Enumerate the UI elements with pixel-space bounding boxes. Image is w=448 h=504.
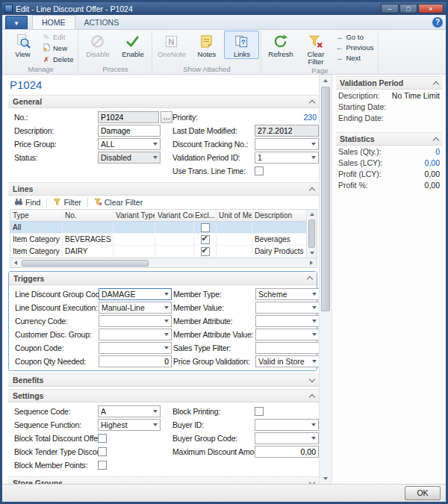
use-trans-line-time-label: Use Trans. Line Time: [172, 167, 255, 175]
member-type-select[interactable]: Scheme [255, 288, 319, 300]
member-attribute-value-select[interactable] [255, 329, 319, 340]
excl-checkbox[interactable] [201, 247, 210, 256]
buyer-group-code-select[interactable] [255, 432, 319, 444]
customer-disc-group-select[interactable] [99, 329, 172, 340]
maximum-discount-amount-input[interactable] [258, 447, 316, 457]
scrollbar-thumb[interactable] [22, 260, 149, 267]
disable-button[interactable]: Disable [80, 31, 115, 59]
fact-sales-lcy-value[interactable]: 0,00 [425, 158, 440, 167]
block-member-points-checkbox[interactable] [98, 461, 107, 470]
next-button[interactable]: → Next [333, 53, 376, 63]
sequence-function-select[interactable]: Highest [98, 419, 161, 431]
scroll-down-arrow[interactable] [320, 473, 332, 484]
price-group-validation-select[interactable]: Valid in Store [255, 355, 319, 367]
price-group-select[interactable]: ALL [98, 138, 161, 150]
column-header-no[interactable]: No. [63, 210, 113, 221]
assist-edit-button[interactable]: … [161, 111, 172, 123]
find-button[interactable]: Find [11, 197, 43, 208]
app-menu-button[interactable]: ▾ [5, 16, 28, 29]
filter-button[interactable]: Filter [50, 198, 84, 208]
no-input[interactable] [101, 112, 156, 122]
line-discount-execution-label: Line Discount Execution: [15, 303, 99, 312]
last-date-modified-input[interactable] [258, 125, 316, 136]
previous-button[interactable]: ← Previous [333, 43, 376, 53]
statistics-header[interactable]: Statistics [336, 132, 442, 146]
table-row[interactable]: Item Category BEVERAGES Beverages [10, 234, 317, 246]
no-input-box [98, 111, 159, 123]
scroll-left-arrow[interactable] [10, 258, 21, 267]
general-section-header[interactable]: General [8, 95, 319, 108]
block-total-discount-checkbox[interactable] [98, 434, 107, 443]
sales-type-filter-input[interactable] [258, 343, 317, 353]
sequence-code-select[interactable]: A [98, 405, 161, 417]
line-discount-execution-select[interactable]: Manual-Line [99, 302, 172, 314]
benefits-section-header[interactable]: Benefits [8, 373, 319, 387]
main-vertical-scrollbar[interactable] [319, 75, 332, 484]
excl-checkbox[interactable] [201, 223, 210, 232]
column-header-uom[interactable]: Unit of Mea... [217, 210, 252, 221]
member-value-select[interactable] [255, 302, 319, 314]
validation-period-id-select[interactable]: 1 [255, 152, 319, 164]
use-trans-line-time-checkbox[interactable] [255, 167, 264, 175]
clear-filter-grid-button[interactable]: Clear Filter [91, 198, 146, 208]
clear-filter-button[interactable]: Clear Filter [298, 31, 333, 66]
settings-section-header[interactable]: Settings [8, 389, 319, 402]
coupon-qty-needed-input[interactable] [102, 356, 169, 367]
delete-button[interactable]: ✗ Delete [40, 55, 76, 65]
new-button[interactable]: New [40, 43, 76, 55]
block-printing-checkbox[interactable] [255, 407, 264, 416]
goto-button[interactable]: → Go to [333, 32, 376, 43]
column-header-variant-type[interactable]: Variant Type [113, 210, 155, 221]
fact-sales-qty-value[interactable]: 0 [435, 147, 440, 156]
member-attribute-select[interactable] [255, 315, 319, 327]
notes-icon [199, 33, 214, 50]
table-row[interactable]: All [10, 222, 317, 234]
grid-horizontal-scrollbar[interactable] [10, 258, 317, 267]
scroll-right-arrow[interactable] [306, 258, 317, 267]
last-date-modified-label: Last Date Modified: [172, 126, 255, 135]
maximize-button[interactable]: □ [399, 4, 417, 13]
grid-vertical-scrollbar[interactable] [306, 210, 317, 258]
chevron-down-icon [311, 306, 317, 309]
status-select[interactable]: Disabled [98, 152, 161, 164]
settings-section-label: Settings [13, 391, 43, 400]
column-header-type[interactable]: Type [10, 210, 63, 221]
view-button-label: View [15, 51, 30, 58]
lines-section-header[interactable]: Lines [8, 182, 319, 196]
line-discount-group-select[interactable]: DAMAGE [99, 288, 172, 300]
toolbar-separator [87, 198, 88, 207]
coupon-code-select[interactable] [99, 342, 172, 354]
excl-checkbox[interactable] [201, 235, 210, 244]
store-groups-section-header[interactable]: Store Groups [8, 476, 319, 484]
currency-code-select[interactable] [99, 315, 172, 327]
fact-profit-lcy-value: 0,00 [425, 169, 440, 178]
edit-button[interactable]: ✎ Edit [40, 32, 76, 43]
buyer-id-select[interactable] [255, 419, 319, 431]
onenote-button[interactable]: N OneNote [154, 31, 189, 59]
column-header-variant-code[interactable]: Variant Code [155, 210, 194, 221]
table-row[interactable]: Item Category DAIRY Dairy Products [10, 246, 317, 258]
tab-actions[interactable]: ACTIONS [75, 16, 128, 29]
links-button[interactable]: Links [224, 31, 259, 59]
notes-button[interactable]: Notes [189, 31, 224, 59]
enable-button[interactable]: Enable [115, 31, 150, 59]
ok-button[interactable]: OK [405, 486, 441, 500]
scrollbar-thumb[interactable] [321, 87, 330, 311]
close-button[interactable]: × [418, 4, 444, 13]
refresh-button[interactable]: Refresh [263, 31, 298, 59]
scroll-down-arrow[interactable] [307, 249, 317, 258]
description-input[interactable] [101, 125, 158, 136]
view-button[interactable]: View [5, 31, 40, 59]
priority-input[interactable] [257, 111, 317, 123]
tab-home[interactable]: HOME [32, 15, 75, 29]
minimize-button[interactable]: – [381, 4, 399, 13]
scrollbar-thumb[interactable] [308, 220, 315, 248]
column-header-excl[interactable]: Excl... [194, 210, 217, 221]
scroll-up-arrow[interactable] [320, 75, 332, 86]
block-tender-type-checkbox[interactable] [98, 447, 107, 456]
scroll-up-arrow[interactable] [307, 210, 317, 219]
validation-period-header[interactable]: Validation Period [336, 76, 442, 90]
discount-tracking-select[interactable] [255, 138, 319, 150]
triggers-section-header[interactable]: Triggers [9, 272, 317, 285]
help-icon[interactable]: ? [432, 17, 443, 28]
